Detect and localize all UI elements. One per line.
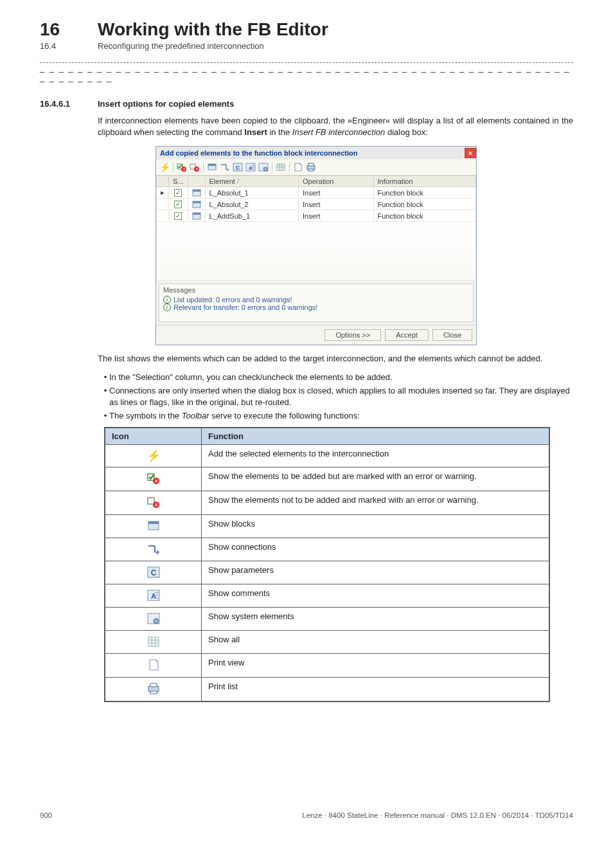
svg-rect-27: [308, 169, 314, 171]
function-cell: Print view: [202, 653, 549, 677]
function-cell: Print list: [202, 677, 549, 701]
element-cell: L_AddSub_1: [205, 210, 299, 222]
section-title: Reconfiguring the predefined interconnec…: [98, 41, 264, 51]
table-row: CShow parameters: [105, 561, 549, 584]
element-cell: L_Absolut_1: [205, 187, 299, 199]
options-button[interactable]: Options >>: [324, 329, 381, 341]
svg-text:A: A: [249, 165, 253, 171]
function-cell: Show comments: [202, 584, 549, 607]
chapter-number: 16: [40, 19, 98, 40]
selection-checkbox[interactable]: ✓: [169, 210, 188, 222]
check-warn-icon[interactable]: ✕: [176, 161, 188, 173]
parameters-icon[interactable]: C: [232, 161, 244, 173]
row-pointer: ▸: [157, 187, 169, 199]
blocks-icon[interactable]: [206, 161, 218, 173]
table-row: Print list: [105, 677, 549, 701]
col-element[interactable]: Element /: [205, 176, 299, 187]
function-cell: Show the elements not to be added and ma…: [202, 491, 549, 514]
svg-rect-37: [148, 474, 154, 480]
page-number: 900: [40, 811, 52, 819]
table-row: ⚡Add the selected elements to the interc…: [105, 444, 549, 467]
para-2: The list shows the elements which can be…: [98, 353, 573, 365]
svg-rect-26: [308, 163, 314, 166]
dialog-name: Insert FB interconnection: [292, 127, 386, 137]
dialog-toolbar: ⚡ ✕ ✕ C A: [156, 159, 476, 176]
svg-text:✕: ✕: [154, 502, 158, 508]
info-icon: i: [163, 303, 171, 311]
header-function: Function: [202, 428, 549, 444]
close-icon[interactable]: ×: [465, 148, 476, 158]
syselem-icon[interactable]: [258, 161, 269, 173]
header-icon: Icon: [105, 428, 202, 444]
table-row: Show connections: [105, 538, 549, 561]
type-icon: [188, 199, 205, 210]
parameters-icon: C: [105, 561, 202, 584]
toolbar-separator: [289, 162, 290, 172]
showall-icon: [105, 630, 202, 653]
subsection-title: Insert options for copied elements: [98, 99, 234, 109]
close-button[interactable]: Close: [432, 329, 472, 341]
info-icon: i: [163, 296, 171, 303]
svg-rect-20: [277, 164, 285, 170]
svg-rect-33: [193, 213, 200, 215]
bolt-icon[interactable]: ⚡: [159, 161, 170, 173]
operation-cell: Insert: [299, 210, 373, 222]
type-icon: [188, 210, 205, 222]
dialog-screenshot: Add copied elements to the function bloc…: [155, 146, 477, 345]
section-number: 16.4: [40, 41, 98, 51]
svg-text:✕: ✕: [182, 167, 186, 171]
table-row[interactable]: ✓L_AddSub_1InsertFunction block: [157, 210, 476, 222]
operation-cell: Insert: [299, 187, 373, 199]
table-row[interactable]: ▸✓L_Absolut_1InsertFunction block: [157, 187, 476, 199]
icon-function-table: Icon Function ⚡Add the selected elements…: [105, 428, 549, 701]
comments-icon: A: [105, 584, 202, 607]
selection-checkbox[interactable]: ✓: [169, 199, 188, 210]
selection-checkbox[interactable]: ✓: [169, 187, 188, 199]
check-warn-icon: ✕: [105, 467, 202, 491]
table-row: Print view: [105, 653, 549, 677]
element-cell: L_Absolut_2: [205, 199, 299, 210]
svg-text:✕: ✕: [195, 167, 199, 171]
accept-button[interactable]: Accept: [385, 329, 429, 341]
list-item: The symbols in the Toolbar serve to exec…: [109, 410, 573, 422]
svg-text:C: C: [150, 568, 156, 577]
function-cell: Show connections: [202, 538, 549, 561]
table-row[interactable]: ✓L_Absolut_2InsertFunction block: [157, 199, 476, 210]
comments-icon[interactable]: A: [245, 161, 256, 173]
showall-icon[interactable]: [275, 161, 287, 173]
uncheck-warn-icon[interactable]: ✕: [189, 161, 200, 173]
table-row: Show all: [105, 630, 549, 653]
col-operation[interactable]: Operation: [299, 176, 373, 187]
uncheck-warn-icon: ✕: [105, 491, 202, 514]
function-cell: Show all: [202, 630, 549, 653]
info-cell: Function block: [373, 210, 475, 222]
operation-cell: Insert: [299, 199, 373, 210]
bolt-icon: ⚡: [105, 444, 202, 467]
connections-icon[interactable]: [219, 161, 231, 173]
printlist-icon[interactable]: [305, 161, 317, 173]
separator: _ _ _ _ _ _ _ _ _ _ _ _ _ _ _ _ _ _ _ _ …: [40, 62, 573, 82]
blocks-icon: [105, 514, 202, 538]
table-empty-area: [156, 222, 476, 281]
toolbar-separator: [272, 162, 272, 172]
printview-icon[interactable]: [292, 161, 304, 173]
function-cell: Show the elements to be added but are ma…: [202, 467, 549, 491]
svg-text:✕: ✕: [154, 478, 158, 484]
function-cell: Show system elements: [202, 607, 549, 630]
svg-rect-7: [208, 164, 216, 166]
bullet-list: In the "Selection" column, you can check…: [98, 372, 573, 422]
para-1c: dialog box:: [385, 127, 428, 137]
message-2: Relevant for transfer: 0 errors and 0 wa…: [173, 303, 317, 311]
li3b: serve to execute the following functions…: [209, 411, 360, 420]
table-row: Show system elements: [105, 607, 549, 630]
para-1: If interconnection elements have been co…: [98, 115, 573, 138]
col-selection[interactable]: S...: [169, 176, 188, 187]
svg-rect-57: [148, 637, 159, 646]
dialog-element-table: S... Element / Operation Information ▸✓L…: [156, 176, 476, 222]
svg-rect-64: [150, 691, 157, 694]
col-information[interactable]: Information: [373, 176, 475, 187]
function-cell: Show parameters: [202, 561, 549, 584]
svg-point-19: [265, 168, 266, 170]
insert-command: Insert: [244, 127, 267, 137]
table-row: Show blocks: [105, 514, 549, 538]
